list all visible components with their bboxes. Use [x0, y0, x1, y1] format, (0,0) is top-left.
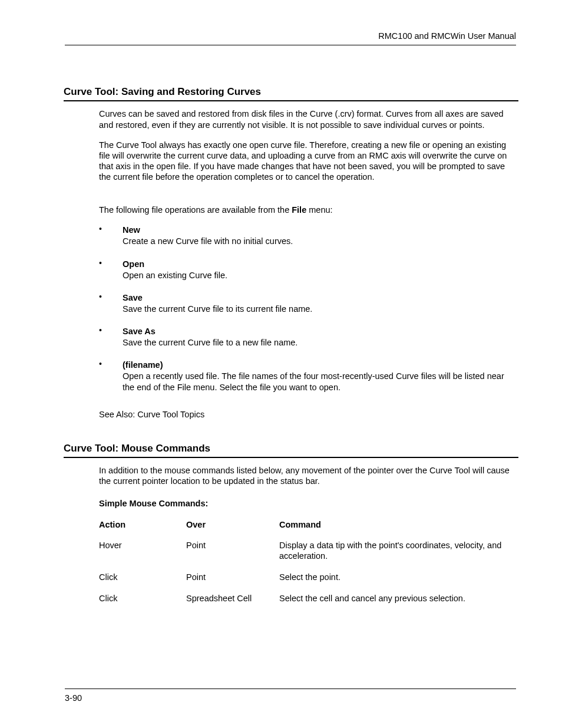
item-title: (filename)	[123, 360, 514, 370]
col-command-header: Command	[279, 519, 514, 539]
list-item: • New Create a new Curve file with no in…	[99, 225, 514, 246]
section2-rule	[64, 457, 518, 458]
list-item: • Open Open an existing Curve file.	[99, 259, 514, 281]
bullet-icon: •	[99, 259, 102, 267]
bullet-icon: •	[99, 360, 102, 368]
cell-over: Spreadsheet Cell	[186, 593, 279, 614]
list-item: • Save Save the current Curve file to it…	[99, 292, 514, 314]
cell-command: Select the cell and cancel any previous …	[279, 593, 514, 614]
section1-p2: The Curve Tool always has exactly one op…	[99, 140, 514, 183]
cell-over: Point	[186, 540, 279, 572]
section1-p3: The following file operations are availa…	[99, 205, 514, 215]
item-title: Save As	[123, 326, 514, 337]
list-item: • (filename) Open a recently used file. …	[99, 360, 514, 392]
list-item: • Save As Save the current Curve file to…	[99, 326, 514, 348]
table-row: Click Spreadsheet Cell Select the cell a…	[99, 593, 514, 614]
file-operations-list: • New Create a new Curve file with no in…	[99, 225, 514, 392]
cell-action: Click	[99, 572, 186, 593]
item-desc: Create a new Curve file with no initial …	[123, 236, 514, 246]
header-title: RMC100 and RMCWin User Manual	[65, 31, 516, 41]
footer: 3-90	[65, 689, 516, 703]
item-title: New	[123, 225, 514, 235]
item-desc: Save the current Curve file to its curre…	[123, 304, 514, 314]
section1-p3c: menu:	[306, 205, 332, 215]
bullet-icon: •	[99, 326, 102, 334]
bullet-icon: •	[99, 225, 102, 233]
section2-intro: In addition to the mouse commands listed…	[99, 465, 514, 486]
cell-action: Click	[99, 593, 186, 614]
item-title: Save	[123, 292, 514, 303]
item-title: Open	[123, 259, 514, 269]
mouse-commands-table: Action Over Command Hover Point Display …	[99, 519, 514, 614]
cell-action: Hover	[99, 540, 186, 572]
section1-p1: Curves can be saved and restored from di…	[99, 108, 514, 130]
cell-command: Display a data tip with the point's coor…	[279, 540, 514, 572]
item-desc: Open an existing Curve file.	[123, 270, 514, 281]
cell-command: Select the point.	[279, 572, 514, 593]
table-row: Hover Point Display a data tip with the …	[99, 540, 514, 572]
table-row: Click Point Select the point.	[99, 572, 514, 593]
footer-rule	[65, 689, 516, 689]
section1-heading: Curve Tool: Saving and Restoring Curves	[64, 85, 516, 98]
item-desc: Open a recently used file. The file name…	[123, 371, 514, 392]
table-title: Simple Mouse Commands:	[99, 498, 514, 509]
page-number: 3-90	[65, 693, 516, 703]
section1-p3a: The following file operations are availa…	[99, 205, 292, 215]
file-menu-label: File	[292, 205, 306, 215]
item-desc: Save the current Curve file to a new fil…	[123, 337, 514, 348]
cell-over: Point	[186, 572, 279, 593]
col-action-header: Action	[99, 519, 186, 539]
col-over-header: Over	[186, 519, 279, 539]
section1-rule	[64, 100, 518, 101]
section2-heading: Curve Tool: Mouse Commands	[64, 442, 516, 454]
see-also: See Also: Curve Tool Topics	[99, 409, 514, 420]
bullet-icon: •	[99, 292, 102, 301]
